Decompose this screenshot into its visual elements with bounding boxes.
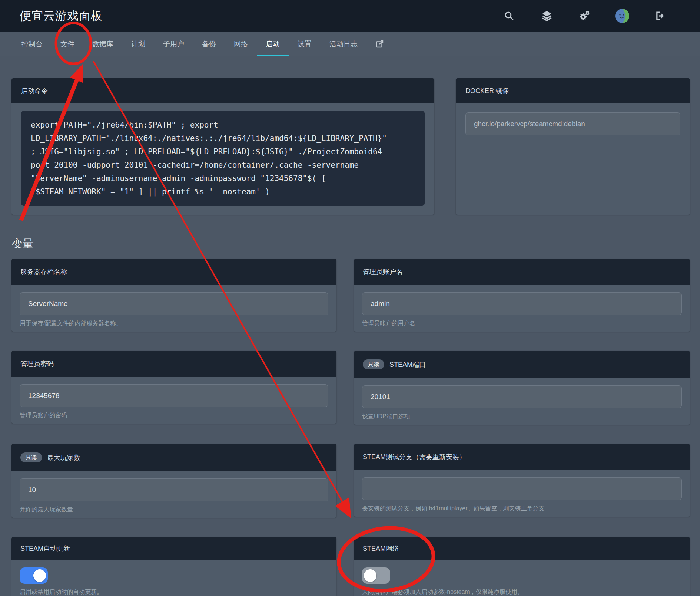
variable-title: STEAM网络 — [363, 544, 399, 553]
variable-card-steam-network: STEAM网络 关闭后客户端必须加入启动参数-nosteam，仅限纯净服使用。 — [354, 537, 690, 596]
variable-hint: 管理员账户的密码 — [20, 412, 328, 419]
navbar-icons — [501, 9, 667, 23]
toggle-knob — [364, 569, 376, 582]
variable-card-steam-port: 只读 STEAM端口 设置UDP端口选项 — [354, 351, 690, 425]
tab-label: 控制台 — [21, 39, 43, 49]
tab-schedules[interactable]: 计划 — [122, 32, 154, 56]
variable-hint: 用于保存/配置文件的内部服务器名称。 — [20, 320, 328, 327]
steam-network-toggle[interactable] — [362, 567, 390, 584]
tab-label: 网络 — [234, 39, 248, 49]
top-navbar: 便宜云游戏面板 — [0, 0, 700, 32]
toggle-knob — [33, 569, 46, 582]
tab-label: 设置 — [298, 39, 312, 49]
tab-label: 备份 — [202, 39, 216, 49]
startup-command-title: 启动命令 — [21, 86, 48, 95]
startup-command-header: 启动命令 — [11, 78, 434, 103]
tab-settings[interactable]: 设置 — [289, 32, 321, 56]
search-icon[interactable] — [501, 9, 516, 23]
variable-hint: 启用或禁用启动时的自动更新。 — [20, 588, 328, 595]
steam-beta-branch-input[interactable] — [362, 477, 682, 500]
avatar[interactable] — [615, 9, 630, 23]
variable-title: 服务器存档名称 — [20, 267, 67, 276]
variables-heading: 变量 — [11, 236, 690, 251]
tab-databases[interactable]: 数据库 — [83, 32, 122, 56]
variable-title: 管理员密码 — [20, 359, 54, 368]
tab-label: 文件 — [60, 39, 74, 49]
startup-command-code: export PATH="./jre64/bin:$PATH" ; export… — [21, 111, 425, 206]
steam-auto-update-toggle[interactable] — [20, 567, 48, 584]
variable-card-max-players: 只读 最大玩家数 允许的最大玩家数量 — [11, 444, 336, 518]
admin-password-input[interactable] — [20, 384, 328, 407]
tab-network[interactable]: 网络 — [225, 32, 257, 56]
server-archive-name-input[interactable] — [20, 292, 328, 315]
tab-label: 数据库 — [92, 39, 113, 49]
docker-image-header: DOCKER 镜像 — [456, 78, 690, 103]
tab-label: 启动 — [266, 39, 280, 49]
variable-hint: 管理员账户的用户名 — [362, 320, 682, 327]
tab-label: 活动日志 — [329, 39, 358, 49]
variable-card-admin-username: 管理员账户名 管理员账户的用户名 — [354, 259, 690, 332]
variable-card-admin-password: 管理员密码 管理员账户的密码 — [11, 351, 336, 424]
gears-icon[interactable] — [577, 9, 592, 23]
tab-label: 子用户 — [163, 39, 184, 49]
readonly-badge: 只读 — [20, 452, 42, 462]
tab-backups[interactable]: 备份 — [193, 32, 225, 56]
readonly-badge: 只读 — [363, 359, 384, 369]
max-players-input[interactable] — [20, 478, 328, 501]
steam-port-input[interactable] — [362, 385, 682, 408]
admin-username-input[interactable] — [362, 292, 682, 315]
docker-image-input[interactable] — [465, 112, 680, 135]
tab-files[interactable]: 文件 — [52, 32, 83, 56]
app-title: 便宜云游戏面板 — [20, 8, 103, 24]
variable-card-steam-auto-update: STEAM自动更新 启用或禁用启动时的自动更新。 — [11, 537, 336, 596]
layers-icon[interactable] — [539, 9, 554, 23]
variable-hint: 设置UDP端口选项 — [362, 413, 682, 420]
docker-image-card: DOCKER 镜像 — [456, 78, 690, 215]
server-tabbar: 控制台 文件 数据库 计划 子用户 备份 网络 启动 设置 活动日志 — [0, 32, 700, 56]
variable-card-steam-beta-branch: STEAM测试分支（需要重新安装） 要安装的测试分支，例如 b41multipl… — [354, 444, 690, 517]
docker-image-title: DOCKER 镜像 — [465, 86, 509, 95]
tab-activity-log[interactable]: 活动日志 — [321, 32, 366, 56]
logout-icon[interactable] — [653, 9, 667, 23]
variable-title: 管理员账户名 — [363, 267, 403, 276]
variable-hint: 要安装的测试分支，例如 b41multiplayer。如果留空，则安装正常分支 — [362, 505, 682, 512]
variable-card-server-archive-name: 服务器存档名称 用于保存/配置文件的内部服务器名称。 — [11, 259, 336, 332]
variables-grid: 服务器存档名称 用于保存/配置文件的内部服务器名称。 管理员账户名 管理员账户的… — [11, 259, 690, 596]
startup-command-card: 启动命令 export PATH="./jre64/bin:$PATH" ; e… — [11, 78, 434, 215]
external-link-icon[interactable] — [366, 32, 393, 56]
tab-label: 计划 — [131, 39, 145, 49]
variable-hint: 允许的最大玩家数量 — [20, 506, 328, 513]
startup-page: 启动命令 export PATH="./jre64/bin:$PATH" ; e… — [0, 56, 700, 596]
variable-title: STEAM测试分支（需要重新安装） — [363, 452, 466, 461]
variable-title: 最大玩家数 — [47, 453, 80, 462]
tab-subusers[interactable]: 子用户 — [154, 32, 193, 56]
variable-title: STEAM端口 — [389, 360, 426, 369]
tab-startup[interactable]: 启动 — [257, 32, 289, 56]
docker-image-body — [456, 103, 690, 144]
variable-title: STEAM自动更新 — [20, 544, 70, 553]
tab-console[interactable]: 控制台 — [13, 32, 52, 56]
variable-hint: 关闭后客户端必须加入启动参数-nosteam，仅限纯净服使用。 — [362, 588, 682, 595]
